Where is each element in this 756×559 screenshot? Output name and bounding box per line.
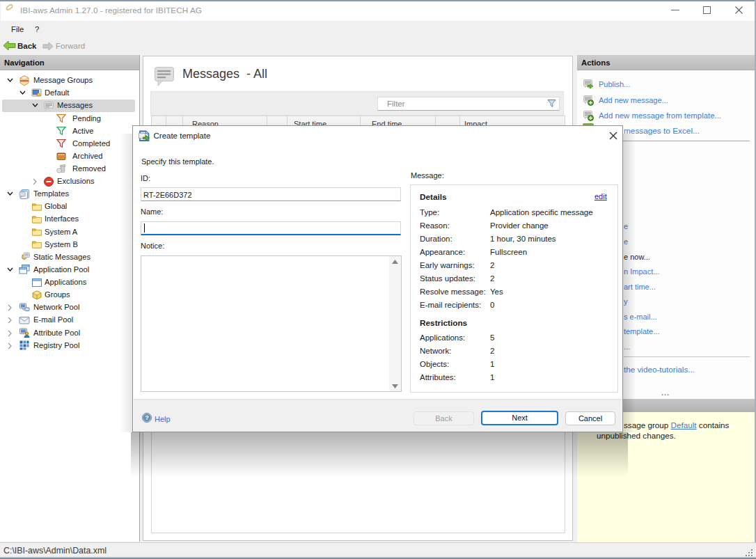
- svg-text:?: ?: [145, 414, 148, 421]
